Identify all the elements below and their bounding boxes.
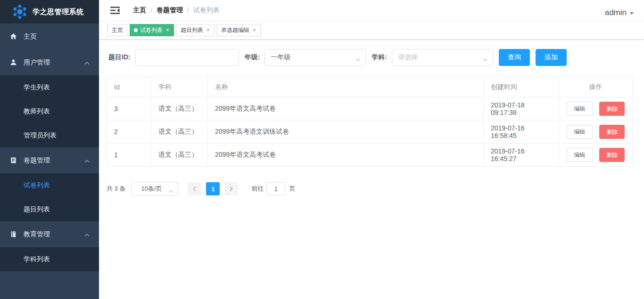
cell-name: 2099年高考语文训练试卷 [208, 121, 484, 144]
page-number-1[interactable]: 1 [206, 182, 220, 195]
sidebar-section-label: 卷题管理 [24, 156, 50, 165]
goto-label: 前往 [251, 185, 264, 193]
submenu-papers: 试卷列表 题目列表 [0, 173, 99, 221]
cell-name: 2099年语文高考试卷 [208, 144, 484, 167]
delete-button[interactable]: 删除 [599, 148, 625, 162]
subject-select-placeholder: 请选择 [398, 53, 418, 62]
submenu-education: 学科列表 [0, 247, 99, 271]
app-title: 学之思管理系统 [33, 8, 84, 16]
main-area: 主页 / 卷题管理 / 试卷列表 admin 主页 试卷列表 × 题目列表 [99, 0, 644, 299]
tag-label: 主页 [112, 26, 123, 34]
edit-button[interactable]: 编辑 [567, 102, 593, 116]
tag-label: 试卷列表 [140, 26, 163, 34]
sidebar-section-education[interactable]: 教育管理 [0, 221, 99, 247]
page-unit-label: 页 [289, 185, 295, 193]
edit-button[interactable]: 编辑 [567, 148, 593, 162]
cell-subject: 语文（高三） [151, 97, 208, 121]
sidebar-item-subject-list[interactable]: 学科列表 [0, 247, 99, 271]
tag-single-choice-edit[interactable]: 单选题编辑 × [217, 24, 261, 36]
home-icon [9, 33, 17, 40]
logo-network-icon [12, 4, 27, 19]
subject-select[interactable]: 请选择 [392, 49, 493, 66]
tags-view-bar: 主页 试卷列表 × 题目列表 × 单选题编辑 × [99, 21, 644, 40]
breadcrumb-home[interactable]: 主页 [133, 6, 146, 15]
page-content: 题目ID: 年级: 一年级 学科: 请选择 查 [99, 49, 644, 196]
cell-created: 2019-07-18 09:17:38 [484, 97, 559, 121]
cell-created: 2019-07-16 16:58:45 [484, 121, 559, 144]
tag-label: 单选题编辑 [221, 26, 249, 34]
submenu-label: 学生列表 [24, 83, 50, 92]
submenu-label: 管理员列表 [24, 131, 57, 140]
notebook-icon [9, 231, 17, 238]
edit-button[interactable]: 编辑 [567, 125, 593, 139]
delete-button[interactable]: 删除 [599, 125, 625, 139]
pagination: 共 3 条 10条/页 1 前往 页 [107, 182, 644, 196]
chevron-down-icon [355, 56, 361, 63]
submenu-label: 试卷列表 [24, 181, 50, 190]
chevron-left-icon [192, 186, 197, 192]
cell-id: 1 [107, 144, 151, 167]
column-header-subject: 学科 [151, 77, 208, 97]
sidebar-section-papers[interactable]: 卷题管理 [0, 147, 99, 173]
sidebar-section-label: 教育管理 [24, 230, 50, 239]
breadcrumb-separator: / [187, 7, 189, 14]
close-icon[interactable]: × [252, 27, 256, 33]
user-dropdown[interactable]: admin [605, 8, 634, 17]
sidebar-item-home[interactable]: 主页 [0, 24, 99, 49]
cell-id: 2 [107, 121, 151, 144]
breadcrumb: 主页 / 卷题管理 / 试卷列表 [133, 6, 220, 15]
table-header-row: Id 学科 名称 创建时间 操作 [107, 77, 633, 97]
column-header-name: 名称 [208, 77, 484, 97]
sidebar-item-admin-list[interactable]: 管理员列表 [0, 123, 99, 147]
query-button[interactable]: 查询 [499, 49, 530, 66]
tag-home[interactable]: 主页 [107, 24, 127, 36]
chevron-right-icon [229, 186, 233, 192]
chevron-up-icon [84, 59, 90, 66]
sidebar-collapse-icon[interactable] [106, 3, 124, 17]
sidebar-section-users[interactable]: 用户管理 [0, 49, 99, 75]
filter-bar: 题目ID: 年级: 一年级 学科: 请选择 查 [108, 49, 635, 66]
grade-select-value: 一年级 [271, 53, 290, 62]
cell-operations: 编辑 删除 [559, 97, 633, 121]
paper-table: Id 学科 名称 创建时间 操作 3 语文（高三） 2099年语文高考试卷 20… [107, 76, 633, 167]
column-header-operations: 操作 [559, 77, 633, 97]
goto-page-input[interactable] [266, 182, 285, 195]
user-icon [9, 59, 17, 66]
sidebar-item-paper-list[interactable]: 试卷列表 [0, 173, 99, 197]
tag-question-list[interactable]: 题目列表 × [176, 24, 215, 36]
cell-id: 3 [107, 97, 151, 121]
breadcrumb-separator: / [150, 7, 152, 14]
question-id-input[interactable] [135, 49, 239, 66]
sidebar-item-student-list[interactable]: 学生列表 [0, 75, 99, 99]
chevron-up-icon [84, 231, 90, 238]
page-size-select[interactable]: 10条/页 [131, 182, 178, 196]
table-row: 2 语文（高三） 2099年高考语文训练试卷 2019-07-16 16:58:… [107, 121, 633, 144]
cell-subject: 语文（高三） [151, 121, 208, 144]
close-icon[interactable]: × [206, 27, 210, 33]
grade-select[interactable]: 一年级 [264, 49, 366, 66]
sidebar-item-question-list[interactable]: 题目列表 [0, 197, 99, 221]
prev-page-button[interactable] [188, 182, 201, 195]
active-dot-icon [134, 28, 138, 32]
sidebar-section-label: 用户管理 [24, 58, 50, 67]
add-button[interactable]: 添加 [536, 49, 567, 66]
subject-label: 学科: [372, 53, 387, 62]
app-logo: 学之思管理系统 [0, 0, 99, 24]
breadcrumb-current: 试卷列表 [193, 6, 220, 15]
close-icon[interactable]: × [165, 27, 170, 33]
app-root: 学之思管理系统 主页 用户管理 学生列表 [0, 0, 644, 299]
submenu-label: 题目列表 [24, 205, 50, 214]
delete-button[interactable]: 删除 [599, 102, 625, 116]
question-id-label: 题目ID: [108, 53, 131, 62]
caret-down-icon [630, 12, 634, 15]
table-row: 1 语文（高三） 2099年语文高考试卷 2019-07-16 16:45:27… [107, 144, 633, 167]
cell-created: 2019-07-16 16:45:27 [484, 144, 559, 167]
sidebar-item-teacher-list[interactable]: 教师列表 [0, 99, 99, 123]
chevron-up-icon [84, 157, 90, 164]
submenu-label: 学科列表 [24, 255, 50, 264]
breadcrumb-papers[interactable]: 卷题管理 [157, 6, 183, 15]
page-size-value: 10条/页 [141, 185, 162, 193]
tag-paper-list[interactable]: 试卷列表 × [130, 24, 174, 36]
chevron-down-icon [482, 56, 488, 63]
next-page-button[interactable] [224, 182, 238, 195]
